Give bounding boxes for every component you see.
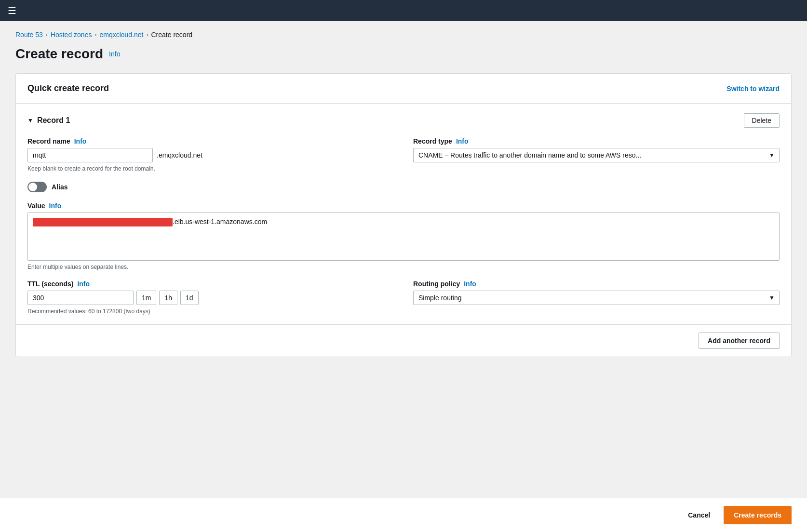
quick-create-card: Quick create record Switch to wizard ▼ R… <box>15 73 792 357</box>
record-name-field: Record name Info .emqxcloud.net Keep bla… <box>27 137 394 172</box>
value-section: Value Info .elb.us-west-1.amazonaws.com … <box>27 202 780 270</box>
delete-record-button[interactable]: Delete <box>744 113 780 128</box>
breadcrumb-route53[interactable]: Route 53 <box>15 31 43 39</box>
alias-row: Alias <box>27 182 780 192</box>
record-section: ▼ Record 1 Delete Record name Info <box>16 104 791 325</box>
value-suffix: .elb.us-west-1.amazonaws.com <box>173 217 267 227</box>
add-another-record-button[interactable]: Add another record <box>699 332 780 349</box>
ttl-routing-grid: TTL (seconds) Info 1m 1h 1d Recommended … <box>27 280 780 315</box>
page-title: Create record <box>15 46 103 62</box>
breadcrumb-hosted-zones[interactable]: Hosted zones <box>51 31 92 39</box>
domain-suffix: .emqxcloud.net <box>157 151 202 159</box>
card-header: Quick create record Switch to wizard <box>16 74 791 104</box>
collapse-arrow-icon[interactable]: ▼ <box>27 117 33 124</box>
record-type-label: Record type Info <box>413 137 780 145</box>
record-section-title: ▼ Record 1 <box>27 116 70 125</box>
routing-policy-info-link[interactable]: Info <box>464 280 476 288</box>
card-title: Quick create record <box>27 83 109 93</box>
redacted-value <box>33 218 173 226</box>
value-line: .elb.us-west-1.amazonaws.com <box>33 217 774 227</box>
ttl-input-row: 1m 1h 1d <box>27 291 394 305</box>
breadcrumb: Route 53 › Hosted zones › emqxcloud.net … <box>15 31 792 39</box>
page-info-link[interactable]: Info <box>109 50 120 58</box>
ttl-info-link[interactable]: Info <box>77 280 90 288</box>
routing-policy-field: Routing policy Info Simple routing Failo… <box>413 280 780 315</box>
value-label: Value Info <box>27 202 780 210</box>
record-name-helper: Keep blank to create a record for the ro… <box>27 165 394 172</box>
breadcrumb-sep-3: › <box>147 31 148 38</box>
ttl-field: TTL (seconds) Info 1m 1h 1d Recommended … <box>27 280 394 315</box>
ttl-1m-button[interactable]: 1m <box>136 291 156 305</box>
ttl-input[interactable] <box>27 291 134 305</box>
ttl-1h-button[interactable]: 1h <box>159 291 177 305</box>
record-type-info-link[interactable]: Info <box>456 137 469 145</box>
record-section-header: ▼ Record 1 Delete <box>27 113 780 128</box>
breadcrumb-emqxcloud[interactable]: emqxcloud.net <box>99 31 143 39</box>
create-records-button[interactable]: Create records <box>724 506 792 524</box>
record-title-label: Record 1 <box>37 116 70 125</box>
alias-label: Alias <box>52 183 67 191</box>
record-type-select[interactable]: CNAME – Routes traffic to another domain… <box>413 148 780 162</box>
routing-policy-label: Routing policy Info <box>413 280 780 288</box>
breadcrumb-sep-2: › <box>94 31 96 38</box>
record-type-select-wrapper: CNAME – Routes traffic to another domain… <box>413 148 780 162</box>
page-title-row: Create record Info <box>15 46 792 62</box>
record-name-input[interactable] <box>27 148 153 162</box>
value-textarea-container[interactable]: .elb.us-west-1.amazonaws.com <box>27 213 780 261</box>
cancel-button[interactable]: Cancel <box>680 507 718 523</box>
ttl-helper-text: Recommended values: 60 to 172800 (two da… <box>27 308 394 315</box>
value-info-link[interactable]: Info <box>49 202 62 210</box>
routing-policy-select-wrapper: Simple routing Failover Geolocation Late… <box>413 291 780 305</box>
record-name-info-link[interactable]: Info <box>74 137 87 145</box>
record-name-label: Record name Info <box>27 137 394 145</box>
form-row-1: Record name Info .emqxcloud.net Keep bla… <box>27 137 780 172</box>
top-navigation: ☰ <box>0 0 807 21</box>
switch-to-wizard-button[interactable]: Switch to wizard <box>726 85 780 93</box>
main-content: Route 53 › Hosted zones › emqxcloud.net … <box>0 21 807 532</box>
record-name-input-row: .emqxcloud.net <box>27 148 394 162</box>
ttl-label: TTL (seconds) Info <box>27 280 394 288</box>
breadcrumb-sep-1: › <box>46 31 48 38</box>
ttl-1d-button[interactable]: 1d <box>180 291 199 305</box>
toggle-knob <box>28 183 37 191</box>
card-footer: Add another record <box>16 325 791 357</box>
hamburger-icon[interactable]: ☰ <box>8 5 16 16</box>
record-type-field: Record type Info CNAME – Routes traffic … <box>413 137 780 172</box>
breadcrumb-current: Create record <box>151 31 193 39</box>
alias-toggle[interactable] <box>27 182 47 192</box>
value-helper-text: Enter multiple values on separate lines. <box>27 264 780 270</box>
bottom-action-bar: Cancel Create records <box>0 498 807 532</box>
routing-policy-select[interactable]: Simple routing Failover Geolocation Late… <box>413 291 780 305</box>
